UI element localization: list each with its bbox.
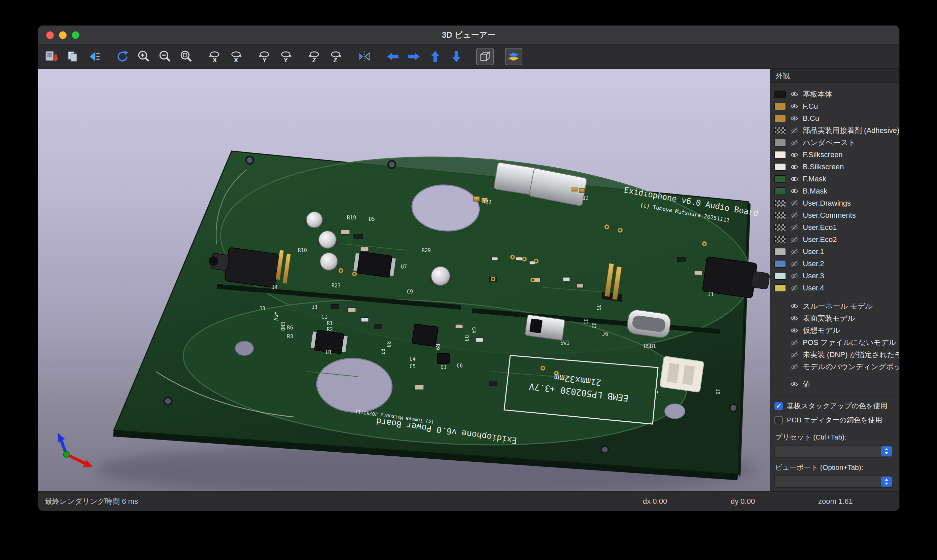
visibility-eye-off-icon[interactable] <box>789 260 799 268</box>
visibility-eye-icon[interactable] <box>789 175 799 183</box>
copy-image-button[interactable] <box>64 48 82 65</box>
layer-color-swatch[interactable] <box>774 212 786 219</box>
layer-row[interactable]: User.3 <box>774 270 899 282</box>
visibility-eye-off-icon[interactable] <box>789 211 799 219</box>
layer-row[interactable]: B.Silkscreen <box>774 161 899 173</box>
checkbox-unchecked[interactable] <box>774 416 783 425</box>
layer-row[interactable]: 基板本体 <box>774 88 899 100</box>
model-option-row[interactable]: 表面実装モデル <box>774 312 899 325</box>
visibility-eye-off-icon[interactable] <box>789 235 799 244</box>
layer-color-swatch[interactable] <box>774 127 786 134</box>
visibility-eye-icon[interactable] <box>789 90 799 98</box>
zoom-in-button[interactable] <box>135 48 152 65</box>
layer-row[interactable]: User.Drawings <box>774 197 899 209</box>
layer-color-swatch[interactable] <box>774 248 786 255</box>
layer-row[interactable]: User.Eco2 <box>774 234 899 246</box>
layer-row[interactable]: User.1 <box>774 246 899 258</box>
visibility-eye-off-icon[interactable] <box>789 126 799 135</box>
layer-color-swatch[interactable] <box>774 151 786 158</box>
title-bar[interactable]: 3D ビューアー <box>38 26 899 45</box>
visibility-eye-icon[interactable] <box>789 102 799 111</box>
visibility-eye-off-icon[interactable] <box>789 223 799 232</box>
rotate-x-cw-button[interactable]: X <box>227 48 245 65</box>
rotate-y-ccw-button[interactable]: Y <box>256 48 273 65</box>
checkbox-checked[interactable]: ✓ <box>774 402 783 410</box>
rotate-y-cw-button[interactable]: Y <box>277 48 294 65</box>
render-options-button[interactable] <box>85 48 103 65</box>
visibility-eye-off-icon[interactable] <box>789 351 799 359</box>
visibility-eye-icon[interactable] <box>789 114 799 123</box>
dropdown-stepper-icon[interactable] <box>881 477 892 487</box>
preset-dropdown[interactable] <box>774 445 893 457</box>
zoom-window-button[interactable] <box>72 31 79 39</box>
flip-board-button[interactable] <box>355 48 373 65</box>
layer-color-swatch[interactable] <box>774 260 786 268</box>
layer-row[interactable]: ハンダペースト <box>774 137 899 149</box>
layer-color-swatch[interactable] <box>774 200 786 207</box>
layer-color-swatch[interactable] <box>774 175 786 183</box>
dropdown-stepper-icon[interactable] <box>881 446 892 456</box>
pan-down-button[interactable] <box>448 48 465 65</box>
zoom-out-button[interactable] <box>156 48 174 65</box>
layer-row[interactable]: B.Mask <box>774 185 899 197</box>
pan-up-button[interactable] <box>426 48 444 65</box>
export-image-button[interactable] <box>43 48 60 65</box>
layer-color-swatch[interactable] <box>774 236 786 243</box>
visibility-eye-off-icon[interactable] <box>789 338 799 347</box>
layer-color-swatch[interactable] <box>774 163 786 171</box>
model-option-row[interactable]: 未実装 (DNP) が指定されたモデル <box>774 349 899 361</box>
zoom-fit-button[interactable] <box>177 48 195 65</box>
pan-right-button[interactable] <box>405 48 423 65</box>
redraw-button[interactable] <box>114 48 131 65</box>
model-option-row[interactable]: POS ファイルにないモデル <box>774 337 899 349</box>
layer-color-swatch[interactable] <box>774 224 786 231</box>
model-option-row[interactable]: 値 <box>774 378 899 391</box>
viewport-dropdown[interactable] <box>774 475 893 488</box>
layer-color-swatch[interactable] <box>774 91 786 98</box>
rotate-x-ccw-button[interactable]: X <box>206 48 223 65</box>
visibility-eye-off-icon[interactable] <box>789 138 799 147</box>
pan-left-button[interactable] <box>384 48 402 65</box>
visibility-eye-icon[interactable] <box>789 163 799 171</box>
model-option-row[interactable]: 仮想モデル <box>774 325 899 337</box>
layer-row[interactable]: F.Mask <box>774 173 899 185</box>
layer-row[interactable]: User.Comments <box>774 209 899 222</box>
checkbox-row[interactable]: ✓基板スタックアップの色を使用 <box>774 399 899 413</box>
layer-color-swatch[interactable] <box>774 139 786 146</box>
rotate-z-ccw-button[interactable]: Z <box>306 48 323 65</box>
visibility-eye-icon[interactable] <box>789 302 799 310</box>
appearance-layers-button[interactable] <box>505 48 522 65</box>
visibility-eye-off-icon[interactable] <box>789 199 799 207</box>
checkbox-row[interactable]: PCB エディターの銅色を使用 <box>774 413 899 427</box>
layer-row[interactable]: User.4 <box>774 282 899 294</box>
close-button[interactable] <box>46 31 54 39</box>
rotate-z-cw-button[interactable]: Z <box>327 48 344 65</box>
layer-color-swatch[interactable] <box>774 285 786 292</box>
visibility-eye-off-icon[interactable] <box>789 284 799 292</box>
visibility-eye-off-icon[interactable] <box>789 248 799 256</box>
layer-row[interactable]: F.Silkscreen <box>774 149 899 161</box>
visibility-eye-icon[interactable] <box>789 187 799 195</box>
visibility-eye-icon[interactable] <box>789 380 799 388</box>
layer-row[interactable]: User.2 <box>774 258 899 270</box>
model-option-row[interactable]: スルーホール モデル <box>774 300 899 312</box>
pcb-3d-scene[interactable]: Exidiophone v6.0 Audio Board (c) Tomoya … <box>38 69 770 492</box>
layer-color-swatch[interactable] <box>774 103 786 110</box>
visibility-eye-off-icon[interactable] <box>789 363 799 371</box>
layer-row[interactable]: F.Cu <box>774 100 899 112</box>
layer-color-swatch[interactable] <box>774 272 786 280</box>
3d-viewport[interactable]: Exidiophone v6.0 Audio Board (c) Tomoya … <box>38 69 770 492</box>
layer-color-swatch[interactable] <box>774 115 786 122</box>
visibility-eye-icon[interactable] <box>789 314 799 322</box>
layer-row[interactable]: B.Cu <box>774 112 899 125</box>
visibility-eye-icon[interactable] <box>789 151 799 159</box>
orthographic-projection-button[interactable] <box>476 48 494 65</box>
model-option-row[interactable]: モデルのバウンディングボックス <box>774 361 899 373</box>
layer-row[interactable]: 部品実装用接着剤 (Adhesive) <box>774 125 899 137</box>
visibility-eye-off-icon[interactable] <box>789 272 799 280</box>
layer-row[interactable]: User.Eco1 <box>774 222 899 234</box>
layer-color-swatch[interactable] <box>774 188 786 195</box>
visibility-eye-icon[interactable] <box>789 326 799 334</box>
minimize-button[interactable] <box>59 31 67 39</box>
svg-text:R2: R2 <box>327 326 333 332</box>
